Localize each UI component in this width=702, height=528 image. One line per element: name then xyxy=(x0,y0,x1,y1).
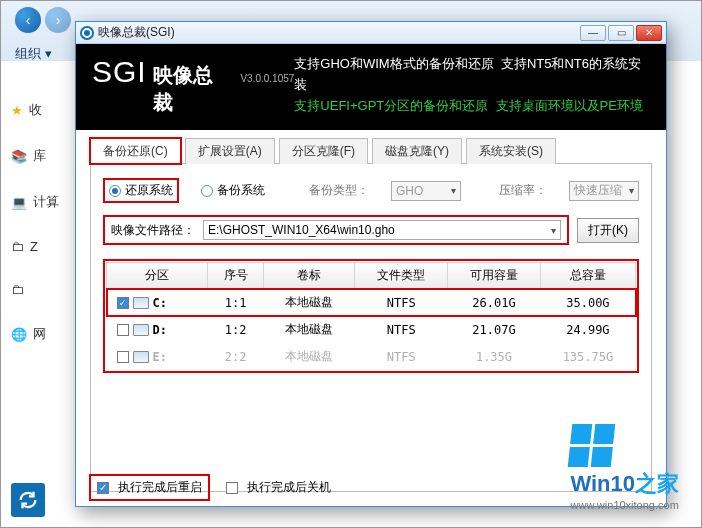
logo-version: V3.0.0.1057 xyxy=(240,73,294,84)
header-desc: 支持GHO和WIM格式的备份和还原 支持NT5和NT6的系统安装 支持UEFI+… xyxy=(294,54,650,116)
library-icon: 📚 xyxy=(11,149,27,164)
app-icon xyxy=(80,26,94,40)
col-volume[interactable]: 卷标 xyxy=(264,263,355,289)
partition-table: 分区 序号 卷标 文件类型 可用容量 总容量 C:1:1本地磁盘NTFS26.0… xyxy=(106,262,636,370)
chevron-down-icon: ▾ xyxy=(551,225,556,236)
table-row[interactable]: C:1:1本地磁盘NTFS26.01G35.00G xyxy=(107,289,636,317)
radio-restore-system[interactable]: 还原系统 xyxy=(103,178,179,203)
tab-body: 还原系统 备份系统 备份类型： GHO▾ 压缩率： 快速压缩▾ 映像文件路 xyxy=(90,164,652,492)
sidebar-favorites[interactable]: ★收 xyxy=(11,101,73,119)
disk-icon xyxy=(133,297,149,309)
checkbox-shutdown-after[interactable]: 执行完成后关机 xyxy=(226,479,331,496)
backup-type-label: 备份类型： xyxy=(309,182,369,199)
disk-icon xyxy=(133,351,149,363)
row-checkbox[interactable] xyxy=(117,324,129,336)
sidebar-computer[interactable]: 💻计算 xyxy=(11,193,73,211)
col-index[interactable]: 序号 xyxy=(208,263,264,289)
watermark-url: www.win10xitong.com xyxy=(570,499,679,511)
window-title: 映像总裁(SGI) xyxy=(98,24,576,41)
chevron-down-icon: ▾ xyxy=(629,185,634,196)
sidebar-drive[interactable]: 🗀 xyxy=(11,282,73,297)
col-total[interactable]: 总容量 xyxy=(540,263,635,289)
close-button[interactable]: ✕ xyxy=(636,25,662,41)
computer-icon: 💻 xyxy=(11,195,27,210)
col-free[interactable]: 可用容量 xyxy=(448,263,541,289)
image-path-label: 映像文件路径： xyxy=(111,222,195,239)
row-checkbox[interactable] xyxy=(117,297,129,309)
tab-disk-clone[interactable]: 磁盘克隆(Y) xyxy=(372,138,462,164)
checkbox-restart-label: 执行完成后重启 xyxy=(118,479,202,496)
chevron-down-icon: ▾ xyxy=(451,185,456,196)
network-icon: 🌐 xyxy=(11,327,27,342)
explorer-sidebar: ★收 📚库 💻计算 🗀Z 🗀 🌐网 xyxy=(11,101,73,343)
compress-label: 压缩率： xyxy=(499,182,547,199)
explorer-nav: ‹ › xyxy=(15,7,71,33)
radio-restore-label: 还原系统 xyxy=(125,182,173,199)
image-path-input[interactable]: E:\GHOST_WIN10_X64\win10.gho▾ xyxy=(203,220,561,240)
explorer-organize[interactable]: 组织 ▾ xyxy=(15,45,52,63)
checkbox-shutdown-label: 执行完成后关机 xyxy=(247,479,331,496)
table-row[interactable]: E:2:2本地磁盘NTFS1.35G135.75G xyxy=(107,343,636,370)
nav-back-icon[interactable]: ‹ xyxy=(15,7,41,33)
sidebar-drive-z[interactable]: 🗀Z xyxy=(11,239,73,254)
tab-advanced[interactable]: 扩展设置(A) xyxy=(185,138,275,164)
compress-select[interactable]: 快速压缩▾ xyxy=(569,181,639,201)
radio-backup-label: 备份系统 xyxy=(217,182,265,199)
tab-system-install[interactable]: 系统安装(S) xyxy=(466,138,556,164)
checkbox-restart-after[interactable]: 执行完成后重启 xyxy=(89,474,210,501)
backup-type-select[interactable]: GHO▾ xyxy=(391,181,461,201)
radio-backup-system[interactable]: 备份系统 xyxy=(201,182,265,199)
minimize-button[interactable]: — xyxy=(580,25,606,41)
nav-forward-icon[interactable]: › xyxy=(45,7,71,33)
sidebar-libraries[interactable]: 📚库 xyxy=(11,147,73,165)
logo-subtitle: 映像总裁 xyxy=(153,62,231,116)
tab-backup-restore[interactable]: 备份还原(C) xyxy=(90,138,181,164)
open-button[interactable]: 打开(K) xyxy=(577,218,639,243)
table-row[interactable]: D:1:2本地磁盘NTFS21.07G24.99G xyxy=(107,316,636,343)
logo-text: SGI xyxy=(92,55,147,89)
col-partition[interactable]: 分区 xyxy=(107,263,208,289)
drive-icon: 🗀 xyxy=(11,239,24,254)
sync-icon[interactable] xyxy=(11,483,45,517)
titlebar[interactable]: 映像总裁(SGI) — ▭ ✕ xyxy=(76,22,666,44)
maximize-button[interactable]: ▭ xyxy=(608,25,634,41)
disk-icon xyxy=(133,324,149,336)
star-icon: ★ xyxy=(11,103,23,118)
radio-off-icon xyxy=(201,185,213,197)
checkbox-on-icon xyxy=(97,482,109,494)
col-fs[interactable]: 文件类型 xyxy=(355,263,448,289)
watermark: Win10之家 www.win10xitong.com xyxy=(570,424,679,511)
tab-partition-clone[interactable]: 分区克隆(F) xyxy=(279,138,368,164)
app-header: SGI 映像总裁 V3.0.0.1057 支持GHO和WIM格式的备份和还原 支… xyxy=(76,44,666,130)
row-checkbox[interactable] xyxy=(117,351,129,363)
checkbox-off-icon xyxy=(226,482,238,494)
sidebar-network[interactable]: 🌐网 xyxy=(11,325,73,343)
tab-bar: 备份还原(C) 扩展设置(A) 分区克隆(F) 磁盘克隆(Y) 系统安装(S) xyxy=(90,138,652,164)
partition-table-highlight: 分区 序号 卷标 文件类型 可用容量 总容量 C:1:1本地磁盘NTFS26.0… xyxy=(103,259,639,373)
windows-logo-icon xyxy=(568,424,681,467)
radio-on-icon xyxy=(109,185,121,197)
drive-icon: 🗀 xyxy=(11,282,24,297)
